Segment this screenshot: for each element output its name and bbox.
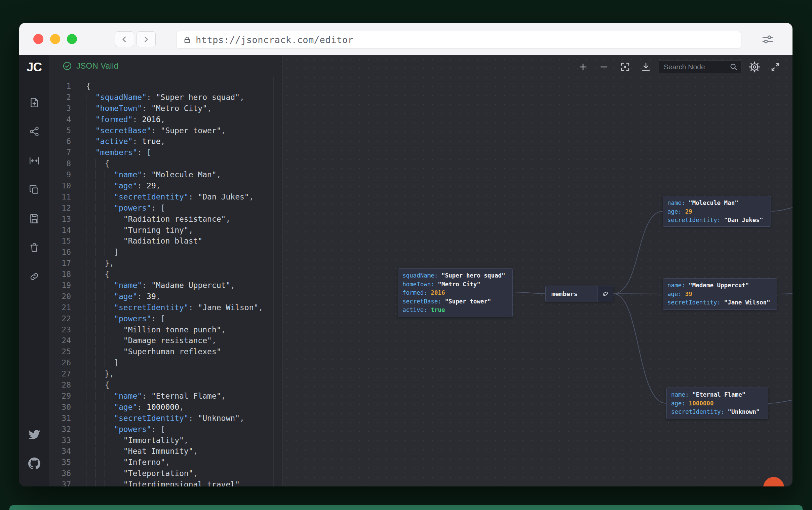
download-image-button[interactable]: [639, 60, 653, 74]
twitter-icon: [29, 429, 40, 440]
code-line: 14 "Turning tiny",: [49, 225, 282, 236]
chevron-right-icon: [141, 34, 151, 45]
sidebar: JC: [19, 55, 50, 486]
members-node-label: members: [546, 286, 597, 302]
code-line: 22 "powers": [: [49, 313, 282, 324]
code-line: 28 {: [49, 379, 282, 391]
download-icon: [640, 62, 651, 72]
address-bar[interactable]: https://jsoncrack.com/editor: [176, 31, 742, 49]
code-lines: 1{2 "squadName": "Super hero squad",3 "h…: [49, 81, 282, 486]
code-line: 37 "Interdimensional travel": [49, 479, 282, 486]
graph-node-members[interactable]: members: [545, 286, 613, 302]
share-link-button[interactable]: [27, 269, 42, 284]
file-plus-icon: [29, 97, 40, 108]
trash-icon: [29, 242, 40, 253]
plus-icon: [578, 62, 589, 72]
save-icon: [29, 213, 40, 224]
lock-icon: [183, 35, 192, 45]
collapse-children-button[interactable]: [597, 286, 613, 302]
graph-node-eternal-flame[interactable]: name: "Eternal Flame"age: 1000000secretI…: [666, 388, 768, 419]
url-text: https://jsoncrack.com/editor: [196, 35, 353, 45]
background-accent: [9, 505, 803, 510]
minus-icon: [599, 62, 609, 72]
node-row: name: "Molecule Man": [667, 199, 766, 207]
code-line: 1{: [49, 81, 282, 92]
graph-node-root[interactable]: squadName: "Super hero squad"homeTown: "…: [398, 268, 513, 317]
node-row: name: "Eternal Flame": [671, 391, 763, 399]
code-line: 10 "age": 29,: [49, 180, 282, 191]
node-row: age: 29: [667, 207, 766, 216]
fit-width-icon: [29, 155, 40, 167]
node-row: active: true: [402, 306, 508, 315]
twitter-link[interactable]: [27, 427, 42, 442]
tune-icon: [761, 33, 774, 46]
settings-button[interactable]: [748, 60, 761, 74]
validation-bar: JSON Valid: [49, 55, 282, 77]
code-line: 4 "formed": 2016,: [49, 114, 282, 125]
code-line: 24 "Damage resistance",: [49, 335, 282, 346]
chain-link-icon: [602, 290, 609, 298]
node-row: homeTown: "Metro City": [402, 280, 508, 289]
share-graph-icon: [29, 126, 40, 137]
code-line: 8 {: [49, 158, 282, 169]
node-row: age: 39: [667, 290, 772, 299]
minimize-window-button[interactable]: [50, 34, 60, 44]
zoom-window-button[interactable]: [67, 34, 77, 44]
github-link[interactable]: [27, 456, 42, 471]
save-button[interactable]: [27, 211, 42, 226]
node-row: secretIdentity: "Jane Wilson": [667, 299, 772, 307]
code-line: 2 "squadName": "Super hero squad",: [49, 92, 282, 103]
browser-window: https://jsoncrack.com/editor JC: [19, 23, 792, 486]
link-icon: [29, 271, 40, 282]
app-area: JC: [19, 55, 792, 486]
code-line: 7 "members": [: [49, 147, 282, 158]
code-line: 17 },: [49, 258, 282, 269]
browser-menu-button[interactable]: [760, 32, 775, 48]
validation-status: JSON Valid: [76, 61, 118, 70]
graph-node-madame-uppercut[interactable]: name: "Madame Uppercut"age: 39secretIden…: [663, 278, 777, 310]
node-row: squadName: "Super hero squad": [402, 272, 508, 280]
json-editor[interactable]: JSON Valid 1{2 "squadName": "Super hero …: [49, 55, 282, 486]
app-logo[interactable]: JC: [19, 60, 49, 74]
code-line: 25 "Superhuman reflexes": [49, 346, 282, 357]
zoom-in-button[interactable]: [576, 60, 590, 74]
github-icon: [28, 457, 40, 470]
import-file-button[interactable]: [27, 95, 42, 110]
code-line: 21 "secretIdentity": "Jane Wilson",: [49, 302, 282, 313]
graph-node-molecule-man[interactable]: name: "Molecule Man"age: 29secretIdentit…: [663, 196, 771, 227]
expand-icon: [770, 62, 781, 72]
node-row: secretIdentity: "Dan Jukes": [667, 216, 766, 225]
code-line: 5 "secretBase": "Super tower",: [49, 125, 282, 136]
code-line: 16 ]: [49, 247, 282, 258]
search-input[interactable]: [659, 61, 742, 73]
code-line: 30 "age": 1000000,: [49, 402, 282, 413]
graph-edges: [282, 55, 792, 486]
code-line: 9 "name": "Molecule Man",: [49, 169, 282, 180]
code-line: 36 "Teleportation",: [49, 468, 282, 479]
graph-view-button[interactable]: [27, 124, 42, 139]
code-line: 20 "age": 39,: [49, 291, 282, 302]
graph-canvas[interactable]: squadName: "Super hero squad"homeTown: "…: [282, 55, 792, 486]
code-line: 34 "Heat Immunity",: [49, 446, 282, 457]
node-row: name: "Madame Uppercut": [667, 281, 772, 290]
forward-button[interactable]: [137, 31, 156, 47]
gear-icon: [749, 61, 760, 73]
close-window-button[interactable]: [33, 34, 43, 44]
center-view-button[interactable]: [618, 60, 632, 74]
copy-button[interactable]: [27, 182, 42, 197]
browser-chrome: https://jsoncrack.com/editor: [19, 23, 792, 55]
zoom-out-button[interactable]: [597, 60, 610, 74]
code-line: 19 "name": "Madame Uppercut",: [49, 280, 282, 291]
back-button[interactable]: [115, 31, 134, 47]
delete-button[interactable]: [27, 240, 42, 255]
code-line: 12 "powers": [: [49, 202, 282, 214]
fullscreen-button[interactable]: [769, 60, 782, 74]
code-line: 35 "Inferno",: [49, 457, 282, 468]
code-line: 23 "Million tonne punch",: [49, 324, 282, 335]
node-row: secretBase: "Super tower": [402, 298, 508, 306]
code-line: 18 {: [49, 269, 282, 280]
node-row: secretIdentity: "Unknown": [671, 408, 763, 417]
code-line: 29 "name": "Eternal Flame",: [49, 391, 282, 402]
fit-width-button[interactable]: [27, 153, 42, 168]
code-line: 3 "homeTown": "Metro City",: [49, 103, 282, 114]
